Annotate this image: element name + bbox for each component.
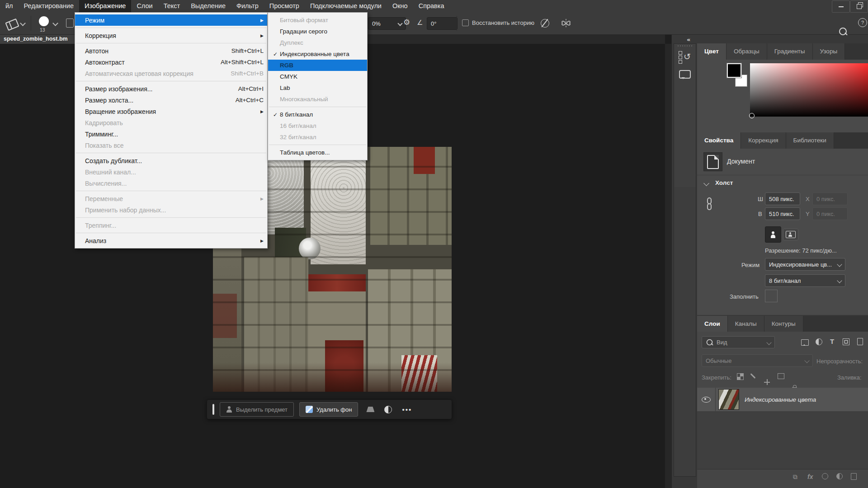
menu-item-autotone[interactable]: АвтотонShift+Ctrl+L [75, 45, 267, 56]
bit-depth-dropdown[interactable]: 8 бит/канал [765, 274, 845, 287]
menu-item-mode[interactable]: Режим▶ [75, 14, 267, 26]
collapse-dock-icon[interactable]: « [687, 36, 690, 43]
landscape-orientation-button[interactable] [783, 229, 798, 240]
brush-preview-icon[interactable] [39, 16, 49, 26]
tab-libraries[interactable]: Библиотеки [786, 132, 834, 149]
lock-artboard-icon[interactable] [778, 373, 784, 379]
submenu-item-rgb[interactable]: RGB [268, 60, 367, 71]
brush-picker-chevron-icon[interactable] [52, 20, 58, 26]
layer-name[interactable]: Индексированные цвета [745, 396, 816, 403]
submenu-arrow-icon: ▶ [260, 197, 264, 201]
menu-plugins[interactable]: Подключаемые модули [305, 0, 387, 12]
layer-effects-icon[interactable]: fx [807, 473, 813, 480]
tab-gradients[interactable]: Градиенты [767, 43, 813, 60]
tab-properties[interactable]: Свойства [697, 132, 741, 149]
lock-pixels-icon[interactable] [750, 373, 755, 379]
menu-filter[interactable]: Фильтр [231, 0, 264, 12]
restore-button[interactable] [850, 0, 868, 13]
submenu-item-cmyk[interactable]: CMYK [268, 71, 367, 82]
menu-item-autocontrast[interactable]: АвтоконтрастAlt+Shift+Ctrl+L [75, 56, 267, 68]
blend-mode-dropdown[interactable]: Обычные [702, 354, 813, 367]
submenu-arrow-icon: ▶ [260, 33, 264, 38]
height-field[interactable]: 510 пикс. [765, 207, 800, 220]
help-icon[interactable]: ? [858, 18, 867, 27]
submenu-item-indexed-color[interactable]: ✓Индексированные цвета [268, 48, 367, 60]
submenu-item-color-table[interactable]: Таблица цветов... [268, 147, 367, 158]
canvas-section-label: Холст [715, 179, 733, 186]
tab-color[interactable]: Цвет [697, 43, 726, 60]
menu-item-trim[interactable]: Тримминг... [75, 128, 267, 140]
color-picker-marker[interactable] [749, 113, 755, 118]
link-dimensions-icon[interactable] [707, 197, 712, 211]
brush-panel-toggle-icon[interactable] [66, 19, 74, 28]
gear-icon[interactable]: ⚙ [403, 18, 410, 27]
smoothing-brush-icon[interactable] [541, 19, 549, 28]
comments-panel-icon[interactable] [679, 70, 691, 79]
submenu-item-8bit[interactable]: ✓8 бит/канал [268, 109, 367, 120]
mode-dropdown[interactable]: Индексированные цв... [765, 258, 845, 271]
lock-transparency-icon[interactable] [737, 373, 744, 380]
menu-type[interactable]: Текст [158, 0, 186, 12]
menu-item-analysis[interactable]: Анализ▶ [75, 235, 267, 246]
portrait-orientation-button[interactable] [765, 226, 781, 243]
menu-file[interactable]: йл [0, 0, 19, 12]
canvas-scrollbar[interactable] [665, 44, 671, 488]
menu-item-image-size[interactable]: Размер изображения...Alt+Ctrl+I [75, 83, 267, 94]
menu-select[interactable]: Выделение [185, 0, 231, 12]
filter-pixel-layers-icon[interactable] [801, 339, 809, 346]
more-options-icon[interactable]: ••• [402, 406, 412, 413]
drag-handle-icon[interactable] [212, 404, 214, 415]
menu-item-duplicate[interactable]: Создать дубликат... [75, 155, 267, 166]
layer-filter-search[interactable]: Вид [702, 336, 775, 348]
tab-layers[interactable]: Слои [697, 316, 728, 332]
tab-patterns[interactable]: Узоры [813, 43, 845, 60]
submenu-item-grayscale[interactable]: Градации серого [268, 26, 367, 37]
color-gradient-field[interactable] [750, 63, 868, 117]
menu-window[interactable]: Окно [387, 0, 413, 12]
tool-preset-chevron-icon[interactable] [20, 20, 26, 26]
angle-field[interactable]: 0° [427, 17, 458, 30]
x-field[interactable]: 0 пикс. [812, 192, 848, 205]
symmetry-butterfly-icon[interactable] [561, 18, 571, 30]
y-field[interactable]: 0 пикс. [812, 207, 848, 220]
link-layers-icon[interactable]: ⧉ [793, 473, 797, 481]
eraser-tool-icon[interactable] [6, 20, 18, 29]
menu-item-adjustments[interactable]: Коррекция▶ [75, 30, 267, 41]
restore-history-checkbox[interactable] [462, 19, 469, 26]
filter-type-layers-icon[interactable]: T [830, 338, 834, 345]
submenu-item-lab[interactable]: Lab [268, 82, 367, 94]
minimize-button[interactable] [832, 0, 850, 13]
fill-swatch[interactable] [765, 290, 778, 302]
tab-swatches[interactable]: Образцы [726, 43, 767, 60]
smoothing-field[interactable]: 0% [368, 17, 406, 30]
filter-frame-layers-icon[interactable] [843, 338, 849, 345]
layer-row[interactable]: Индексированные цвета [697, 388, 868, 411]
width-field[interactable]: 508 пикс. [765, 192, 800, 205]
menu-image[interactable]: Изображение [79, 0, 131, 12]
menu-item-canvas-size[interactable]: Размер холста...Alt+Ctrl+C [75, 94, 267, 106]
adjustment-icon[interactable] [384, 406, 392, 413]
menu-edit[interactable]: Редактирование [19, 0, 79, 12]
layer-thumbnail[interactable] [718, 389, 739, 410]
remove-background-button[interactable]: Удалить фон [299, 402, 358, 417]
layer-mask-icon[interactable] [822, 473, 828, 481]
filter-smart-objects-icon[interactable] [857, 338, 863, 345]
menu-view[interactable]: Просмотр [264, 0, 305, 12]
transform-icon[interactable] [366, 407, 374, 412]
select-subject-button[interactable]: Выделить предмет [220, 402, 294, 417]
layer-visibility-toggle[interactable] [697, 397, 715, 403]
foreground-color-swatch[interactable] [727, 63, 741, 78]
adjustment-layer-icon[interactable] [836, 473, 843, 481]
menu-layers[interactable]: Слои [131, 0, 158, 12]
menu-help[interactable]: Справка [413, 0, 450, 12]
tab-adjustments[interactable]: Коррекция [741, 132, 786, 149]
menu-item-trap: Треппинг... [75, 220, 267, 231]
filter-adjustment-layers-icon[interactable] [816, 338, 822, 345]
tab-paths[interactable]: Контуры [764, 316, 803, 332]
tab-channels[interactable]: Каналы [728, 316, 764, 332]
lock-position-icon[interactable] [764, 379, 770, 385]
new-layer-icon[interactable] [851, 473, 857, 481]
canvas-section-chevron-icon[interactable] [703, 180, 709, 186]
menu-item-image-rotation[interactable]: Вращение изображения▶ [75, 106, 267, 117]
search-icon[interactable] [839, 28, 847, 35]
